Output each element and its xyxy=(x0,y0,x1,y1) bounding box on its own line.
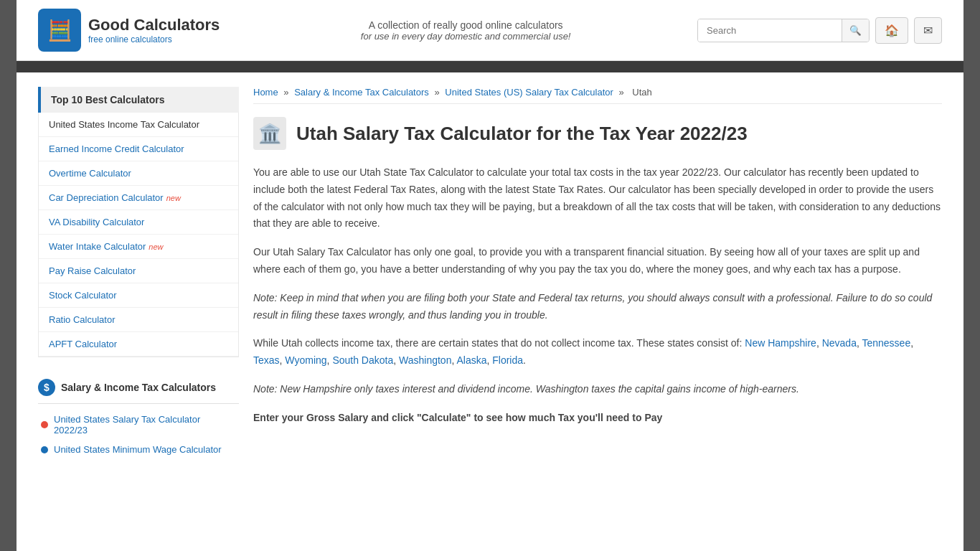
note-2: Note: New Hampshire only taxes interest … xyxy=(253,381,942,398)
link-nevada[interactable]: Nevada xyxy=(822,337,857,349)
badge-new: new xyxy=(166,194,181,202)
tagline-sub: for use in every day domestic and commer… xyxy=(234,31,697,42)
intro-paragraph-2: Our Utah Salary Tax Calculator has only … xyxy=(253,244,942,278)
link-tennessee[interactable]: Tennessee xyxy=(862,337,910,349)
sidebar-top-title: Top 10 Best Calculators xyxy=(38,87,239,113)
mail-button[interactable]: ✉ xyxy=(914,17,942,44)
badge-new-water: new xyxy=(149,242,163,251)
breadcrumb-current: Utah xyxy=(632,87,651,98)
logo-area: 🧮 Good Calculators free online calculato… xyxy=(38,9,220,52)
list-item: VA Disability Calculator xyxy=(39,210,238,235)
search-input[interactable] xyxy=(698,19,842,42)
logo-icon: 🧮 xyxy=(38,9,81,52)
list-item: Water Intake Calculatornew xyxy=(39,235,238,259)
sidebar-link-overtime[interactable]: Overtime Calculator xyxy=(39,161,238,185)
link-wyoming[interactable]: Wyoming xyxy=(285,354,326,366)
main-content: Home » Salary & Income Tax Calculators »… xyxy=(253,87,942,459)
sidebar-link-us-min-wage[interactable]: United States Minimum Wage Calculator xyxy=(54,444,222,455)
list-item: Pay Raise Calculator xyxy=(39,259,238,283)
breadcrumb-us-calculator[interactable]: United States (US) Salary Tax Calculator xyxy=(445,87,613,98)
list-item: APFT Calculator xyxy=(39,332,238,357)
sidebar-link-stock[interactable]: Stock Calculator xyxy=(39,283,238,307)
list-item: Car Depreciation Calculatornew xyxy=(39,186,238,210)
link-texas[interactable]: Texas xyxy=(253,354,280,366)
header-right: 🔍 🏠 ✉ xyxy=(697,17,942,44)
content-area: Top 10 Best Calculators United States In… xyxy=(17,72,963,474)
list-item: Stock Calculator xyxy=(39,283,238,308)
sidebar-link-us-income-tax[interactable]: United States Income Tax Calculator xyxy=(39,113,238,136)
sidebar-link-us-salary-tax[interactable]: United States Salary Tax Calculator 2022… xyxy=(54,414,236,435)
logo-sub: free online calculators xyxy=(88,34,220,44)
sidebar-link-ratio[interactable]: Ratio Calculator xyxy=(39,308,238,331)
sidebar-link-water-intake[interactable]: Water Intake Calculatornew xyxy=(39,235,238,258)
page-title: Utah Salary Tax Calculator for the Tax Y… xyxy=(296,123,748,145)
link-washington[interactable]: Washington xyxy=(399,354,451,366)
sidebar-link-pay-raise[interactable]: Pay Raise Calculator xyxy=(39,259,238,283)
list-item: United States Minimum Wage Calculator xyxy=(38,440,239,459)
list-item: Earned Income Credit Calculator xyxy=(39,137,238,161)
sidebar-link-car-depreciation[interactable]: Car Depreciation Calculatornew xyxy=(39,186,238,209)
tagline-main: A collection of really good online calcu… xyxy=(234,19,697,31)
sidebar-sub-list: United States Salary Tax Calculator 2022… xyxy=(38,410,239,459)
list-item: United States Income Tax Calculator xyxy=(39,113,238,137)
sidebar-link-va-disability[interactable]: VA Disability Calculator xyxy=(39,210,238,234)
sidebar-section2-title: $ Salary & Income Tax Calculators xyxy=(38,372,239,404)
sidebar-top-list: United States Income Tax Calculator Earn… xyxy=(38,113,239,357)
state-icon: 🏛️ xyxy=(253,117,286,150)
dollar-icon: $ xyxy=(38,379,55,396)
list-item: Ratio Calculator xyxy=(39,308,238,332)
link-alaska[interactable]: Alaska xyxy=(456,354,486,366)
list-item: Overtime Calculator xyxy=(39,161,238,186)
link-florida[interactable]: Florida xyxy=(492,354,523,366)
intro-paragraph-1: You are able to use our Utah State Tax C… xyxy=(253,164,942,232)
search-box[interactable]: 🔍 xyxy=(697,19,870,42)
sidebar-link-apft[interactable]: APFT Calculator xyxy=(39,332,238,356)
logo-text: Good Calculators free online calculators xyxy=(88,16,220,44)
cta-text: Enter your Gross Salary and click "Calcu… xyxy=(253,410,942,427)
home-button[interactable]: 🏠 xyxy=(875,17,908,44)
sidebar-section2: $ Salary & Income Tax Calculators United… xyxy=(38,372,239,459)
link-new-hampshire[interactable]: New Hampshire xyxy=(745,337,816,349)
breadcrumb-home[interactable]: Home xyxy=(253,87,278,98)
search-button[interactable]: 🔍 xyxy=(842,19,869,42)
sidebar-link-earned-income[interactable]: Earned Income Credit Calculator xyxy=(39,137,238,161)
header: 🧮 Good Calculators free online calculato… xyxy=(17,0,963,61)
dot-blue-icon xyxy=(41,446,48,453)
income-tax-paragraph: While Utah collects income tax, there ar… xyxy=(253,335,942,369)
note-1: Note: Keep in mind that when you are fil… xyxy=(253,290,942,324)
page-title-area: 🏛️ Utah Salary Tax Calculator for the Ta… xyxy=(253,117,942,150)
sidebar: Top 10 Best Calculators United States In… xyxy=(38,87,239,459)
link-south-dakota[interactable]: South Dakota xyxy=(332,354,393,366)
tagline: A collection of really good online calcu… xyxy=(234,19,697,42)
list-item: United States Salary Tax Calculator 2022… xyxy=(38,410,239,440)
logo-name: Good Calculators xyxy=(88,16,220,34)
dot-red-icon xyxy=(41,421,48,428)
breadcrumb: Home » Salary & Income Tax Calculators »… xyxy=(253,87,942,104)
breadcrumb-salary[interactable]: Salary & Income Tax Calculators xyxy=(294,87,429,98)
nav-bar xyxy=(17,61,963,72)
